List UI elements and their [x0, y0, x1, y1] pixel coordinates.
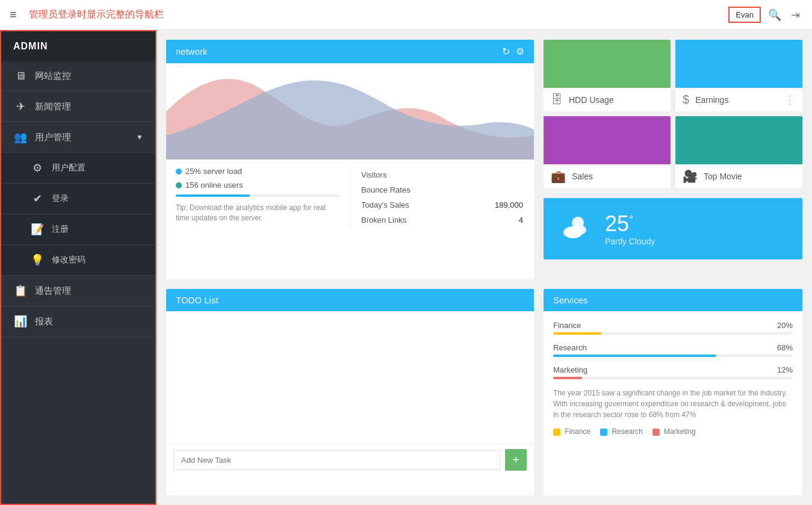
layout: ADMIN 🖥 网站监控 ✈ 新闻管理 👥 用户管理 ▼ ⚙ 用户配置 ✔ 登录… [0, 30, 812, 505]
table-row: Visitors [361, 168, 523, 182]
news-icon: ✈ [13, 100, 28, 113]
service-header-finance: Finance 20% [553, 321, 793, 330]
todo-header: TODO List [166, 289, 534, 311]
table-row: Bounce Rates [361, 183, 523, 197]
sales-value: 189,000 [464, 198, 523, 212]
todo-add-button[interactable]: + [505, 449, 527, 471]
menu-icon[interactable]: ≡ [10, 8, 17, 22]
legend-marketing: Marketing [652, 427, 696, 436]
weather-card: 25° Partly Cloudy [544, 198, 802, 259]
sidebar-item-news[interactable]: ✈ 新闻管理 [1, 91, 155, 122]
sidebar-item-login[interactable]: ✔ 登录 [1, 184, 155, 214]
legend-marketing-label: Marketing [664, 427, 696, 436]
sales-label: Today's Sales [361, 198, 463, 212]
service-finance-label: Finance [553, 321, 581, 330]
network-progress-fill [176, 194, 250, 197]
legend-marketing-dot [652, 429, 660, 436]
cards-grid: 🗄 HDD Usage $ Earnings ⋮ [544, 40, 802, 188]
sidebar-item-user-config[interactable]: ⚙ 用户配置 [1, 153, 155, 184]
more-icon[interactable]: ⋮ [784, 93, 795, 107]
links-label: Broken Links [361, 213, 463, 227]
service-finance-progress [553, 332, 793, 335]
services-title: Services [553, 295, 588, 305]
network-stats-left: 25% server load 156 online users Tip: Do… [176, 167, 350, 228]
visitors-value [464, 168, 523, 182]
service-marketing-percent: 12% [777, 365, 793, 374]
sidebar-item-users[interactable]: 👥 用户管理 ▼ [1, 122, 155, 153]
network-header-icons: ↻ ⚙ [502, 46, 524, 57]
sidebar-item-monitor[interactable]: 🖥 网站监控 [1, 61, 155, 91]
hdd-card-info: 🗄 HDD Usage [544, 88, 671, 111]
sidebar-item-label: 网站监控 [35, 70, 71, 82]
network-widget: network ↻ ⚙ 25% server load [166, 40, 534, 279]
service-marketing-label: Marketing [553, 365, 587, 374]
network-stats: 25% server load 156 online users Tip: Do… [166, 160, 534, 235]
hdd-label: HDD Usage [569, 95, 614, 105]
refresh-icon[interactable]: ↻ [502, 46, 510, 57]
sales-color-bar [544, 116, 671, 164]
online-users-dot [176, 182, 182, 188]
todo-footer: + [166, 444, 534, 476]
movie-card-info: 🎥 Top Movie [675, 164, 802, 188]
monitor-icon: 🖥 [13, 70, 28, 82]
stats-table: Visitors Bounce Rates Today's Sales 189,… [360, 167, 524, 228]
sidebar-item-notice[interactable]: 📋 通告管理 [1, 276, 155, 306]
service-marketing-progress [553, 377, 793, 379]
sidebar-item-label: 通告管理 [35, 285, 71, 297]
chevron-down-icon: ▼ [136, 133, 143, 141]
sales-card-info: 💼 Sales [544, 164, 671, 188]
weather-icon-box [553, 208, 595, 250]
earnings-color-bar [675, 40, 802, 88]
visitors-label: Visitors [361, 168, 463, 182]
sidebar-item-change-pwd[interactable]: 💡 修改密码 [1, 245, 155, 276]
service-row-marketing: Marketing 12% [553, 365, 793, 379]
network-title: network [176, 46, 208, 57]
settings-icon[interactable]: ⚙ [516, 46, 524, 57]
services-description: The year 2015 saw a significant change i… [553, 388, 793, 420]
sidebar-sub-users: ⚙ 用户配置 ✔ 登录 📝 注册 💡 修改密码 [1, 153, 155, 276]
sidebar-item-report[interactable]: 📊 报表 [1, 306, 155, 337]
server-load-dot [176, 169, 182, 175]
dollar-icon: $ [683, 93, 689, 107]
legend-research-dot [600, 429, 607, 436]
right-column: 🗄 HDD Usage $ Earnings ⋮ [544, 40, 802, 279]
weather-description: Partly Cloudy [605, 237, 655, 246]
service-research-progress [553, 355, 793, 357]
sidebar-item-label: 报表 [35, 316, 53, 327]
logout-button[interactable]: ⇥ [789, 6, 802, 24]
user-button[interactable]: Evan [728, 7, 761, 23]
sidebar-item-label: 用户配置 [52, 163, 85, 173]
network-chart [166, 63, 534, 160]
todo-widget: TODO List + [166, 289, 534, 495]
sidebar-item-label: 注册 [52, 224, 69, 235]
topbar: ≡ 管理员登录时显示完整的导航栏 Evan 🔍 ⇥ [0, 0, 812, 30]
service-marketing-fill [553, 377, 582, 379]
service-research-percent: 68% [777, 343, 793, 352]
service-research-label: Research [553, 343, 587, 352]
services-legend: Finance Research Marketing [553, 427, 793, 436]
services-header: Services [544, 289, 802, 311]
todo-title: TODO List [176, 295, 218, 305]
online-users-label: 156 online users [185, 181, 243, 190]
briefcase-icon: 💼 [551, 169, 566, 184]
weather-temp: 25° [605, 211, 655, 237]
movie-color-bar [675, 116, 802, 164]
svg-point-3 [563, 229, 573, 237]
chart-icon: 📊 [13, 315, 28, 328]
users-icon: 👥 [13, 131, 28, 144]
sales-label: Sales [572, 172, 593, 181]
service-row-finance: Finance 20% [553, 321, 793, 335]
search-button[interactable]: 🔍 [766, 6, 784, 24]
service-finance-fill [553, 332, 601, 335]
table-row: Broken Links 4 [361, 213, 523, 227]
sidebar-item-register[interactable]: 📝 注册 [1, 214, 155, 245]
earnings-card: $ Earnings ⋮ [675, 40, 802, 111]
todo-input[interactable] [173, 450, 500, 470]
network-tip: Tip: Download the analytics mobile app f… [176, 203, 340, 223]
key-icon: 💡 [30, 253, 45, 267]
bounce-value [464, 183, 523, 197]
topbar-title: 管理员登录时显示完整的导航栏 [29, 8, 729, 21]
sidebar-item-label: 用户管理 [35, 132, 71, 143]
server-load-label: 25% server load [185, 167, 242, 176]
sidebar-item-label: 修改密码 [52, 255, 85, 265]
